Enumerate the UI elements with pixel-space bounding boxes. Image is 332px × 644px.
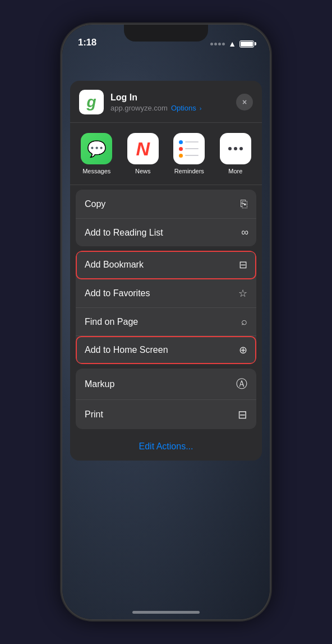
action-group-1: Copy ⎘ Add to Reading List ∞: [76, 190, 256, 246]
action-reading-list[interactable]: Add to Reading List ∞: [76, 219, 256, 246]
action-markup-label: Markup: [85, 379, 114, 389]
app-label-news: News: [135, 168, 151, 174]
copy-icon: ⎘: [241, 197, 247, 210]
action-print-label: Print: [85, 410, 103, 420]
edit-actions[interactable]: Edit Actions...: [70, 434, 262, 461]
action-add-home-screen-label: Add to Home Screen: [85, 345, 168, 355]
share-header: g Log In app.growyze.com Options › ×: [70, 81, 262, 123]
signal-icon: [210, 43, 225, 45]
app-row: 💬 Messages N News: [70, 123, 262, 185]
action-add-home-screen[interactable]: Add to Home Screen ⊕: [76, 336, 256, 364]
app-label-more: More: [228, 168, 242, 174]
site-icon-letter: g: [86, 93, 96, 111]
more-icon: [220, 133, 251, 164]
messages-icon: 💬: [81, 133, 112, 164]
app-label-messages: Messages: [82, 168, 110, 174]
action-copy[interactable]: Copy ⎘: [76, 190, 256, 219]
news-icon: N: [127, 133, 159, 164]
app-item-more[interactable]: More: [218, 133, 253, 174]
reading-list-icon: ∞: [241, 227, 247, 238]
action-add-favorites[interactable]: Add to Favorites ☆: [76, 279, 256, 308]
close-icon: ×: [242, 98, 247, 106]
reminders-icon: [173, 133, 205, 164]
site-title: Log In: [110, 92, 236, 103]
action-find-page-label: Find on Page: [85, 317, 138, 327]
options-link[interactable]: Options: [171, 104, 196, 112]
site-icon: g: [79, 90, 104, 114]
action-add-bookmark[interactable]: Add Bookmark ⊟: [76, 251, 256, 279]
app-item-news[interactable]: N News: [125, 133, 161, 174]
home-indicator: [132, 611, 200, 614]
status-time: 1:18: [78, 37, 96, 48]
close-button[interactable]: ×: [236, 94, 253, 111]
app-label-reminders: Reminders: [174, 168, 204, 174]
bookmark-icon: ⊟: [239, 259, 247, 271]
site-info: Log In app.growyze.com Options ›: [110, 92, 236, 112]
share-sheet: g Log In app.growyze.com Options › × 💬 M: [70, 81, 262, 461]
markup-icon: Ⓐ: [236, 376, 247, 392]
action-print[interactable]: Print ⊟: [76, 400, 256, 429]
site-url: app.growyze.com: [110, 104, 168, 112]
notch: [124, 25, 208, 42]
edit-actions-link[interactable]: Edit Actions...: [139, 441, 193, 451]
add-home-icon: ⊕: [239, 344, 247, 356]
app-item-messages[interactable]: 💬 Messages: [79, 133, 114, 174]
chevron-right-icon: ›: [200, 105, 202, 112]
action-reading-list-label: Add to Reading List: [85, 228, 163, 238]
battery-icon: [239, 40, 254, 48]
phone-frame: 1:18 ▲ g Log In app.growyze.com: [62, 25, 270, 619]
search-icon: ⌕: [241, 316, 247, 328]
status-icons: ▲: [210, 39, 254, 48]
action-group-3: Markup Ⓐ Print ⊟: [76, 369, 256, 429]
print-icon: ⊟: [238, 408, 247, 421]
action-copy-label: Copy: [85, 199, 105, 209]
site-url-row: app.growyze.com Options ›: [110, 104, 236, 112]
action-markup[interactable]: Markup Ⓐ: [76, 369, 256, 400]
action-add-bookmark-label: Add Bookmark: [85, 260, 144, 270]
action-add-favorites-label: Add to Favorites: [85, 288, 150, 298]
wifi-icon: ▲: [228, 39, 236, 48]
action-group-2: Add Bookmark ⊟ Add to Favorites ☆ Find o…: [76, 251, 256, 364]
action-find-page[interactable]: Find on Page ⌕: [76, 308, 256, 336]
favorites-icon: ☆: [238, 287, 247, 300]
app-item-reminders[interactable]: Reminders: [171, 133, 207, 174]
